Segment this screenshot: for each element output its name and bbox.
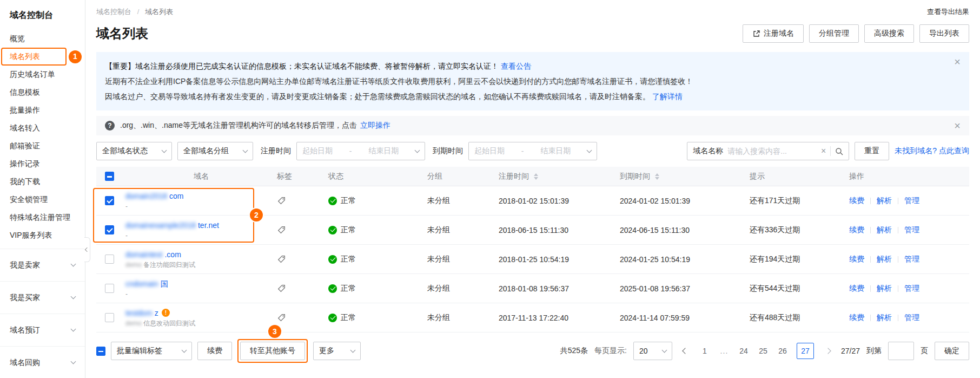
sidebar-item-5[interactable]: 域名转入 <box>0 119 85 137</box>
tip-cell: 还有488天过期 <box>750 303 849 332</box>
group-manage-button[interactable]: 分组管理 <box>809 24 859 43</box>
expire-time-range-picker[interactable]: 起始日期 - 结束日期 <box>468 142 597 160</box>
sort-icon[interactable] <box>533 173 539 180</box>
sidebar-group-1[interactable]: 我是买家 <box>0 281 85 314</box>
app-root: 域名控制台 概览 域名列表 1 历史域名订单 信息模板 批量操作 域名转入 邮箱… <box>0 0 980 378</box>
dns-resolve-link[interactable]: 解析 <box>877 313 892 323</box>
sidebar-item-3[interactable]: 信息模板 <box>0 83 85 101</box>
sidebar-group-3[interactable]: 域名回购 <box>0 346 85 378</box>
page-25[interactable]: 25 <box>758 343 769 359</box>
annotation-badge-2: 2 <box>250 208 263 221</box>
renew-link[interactable]: 续费 <box>849 196 864 206</box>
tag-icon[interactable] <box>277 255 286 264</box>
transfer-notice-close-icon[interactable]: × <box>954 120 961 131</box>
domain-name[interactable]: com <box>169 191 183 201</box>
bottom-select-all-checkbox[interactable] <box>96 347 105 356</box>
row-actions: 续费解析管理 <box>849 303 969 332</box>
search-input[interactable] <box>727 147 817 155</box>
page-26[interactable]: 26 <box>777 343 788 359</box>
domain-not-found-link[interactable]: 未找到域名? 点此查询 <box>895 146 969 156</box>
transfer-notice: ? .org、.win、.name等无域名注册管理机构许可的域名转移后管理，点击… <box>96 116 969 135</box>
tag-icon[interactable] <box>277 225 286 234</box>
register-domain-button[interactable]: 注册域名 <box>743 24 804 43</box>
sidebar-item-7[interactable]: 操作记录 <box>0 155 85 173</box>
sort-icon[interactable] <box>654 173 660 180</box>
banner-close-icon[interactable]: × <box>954 56 961 67</box>
select-all-checkbox[interactable] <box>105 172 114 181</box>
sidebar-item-10[interactable]: 特殊域名注册管理 <box>0 208 85 226</box>
manage-link[interactable]: 管理 <box>904 313 919 323</box>
reset-button[interactable]: 重置 <box>855 142 889 160</box>
renew-link[interactable]: 续费 <box>849 255 864 264</box>
sidebar-item-8[interactable]: 我的下载 <box>0 173 85 191</box>
prev-page-button[interactable] <box>679 344 692 357</box>
group-cell: 未分组 <box>427 245 499 273</box>
domain-group-select[interactable]: 全部域名分组 <box>177 142 253 160</box>
sidebar-item-6[interactable]: 邮箱验证 <box>0 137 85 155</box>
page-1[interactable]: 1 <box>699 343 710 359</box>
search-icon[interactable] <box>835 147 843 155</box>
domain-name[interactable]: 国 <box>161 279 168 289</box>
manage-link[interactable]: 管理 <box>904 225 919 235</box>
clear-search-icon[interactable]: × <box>821 147 826 155</box>
annotation-badge-1: 1 <box>69 50 82 63</box>
page-24[interactable]: 24 <box>738 343 749 359</box>
sidebar-group-2[interactable]: 域名预订 <box>0 314 85 346</box>
batch-renew-button[interactable]: 续费 <box>197 342 232 360</box>
dns-resolve-link[interactable]: 解析 <box>877 196 892 206</box>
reg-time-range-picker[interactable]: 起始日期 - 结束日期 <box>296 142 425 160</box>
divider <box>830 146 831 156</box>
row-checkbox[interactable] <box>105 284 114 293</box>
next-page-button[interactable] <box>822 344 835 357</box>
operate-now-link[interactable]: 立即操作 <box>360 121 390 131</box>
manage-link[interactable]: 管理 <box>904 196 919 206</box>
tag-icon[interactable] <box>277 196 286 205</box>
export-list-button[interactable]: 导出列表 <box>919 24 969 43</box>
status-ok-icon <box>328 226 337 234</box>
dns-resolve-link[interactable]: 解析 <box>877 225 892 235</box>
table-row: domaintest.com! demo备注功能回归测试 正常 未分组 2018… <box>96 245 969 274</box>
sidebar-item-4[interactable]: 批量操作 <box>0 101 85 119</box>
per-page-select[interactable]: 20 <box>633 342 672 360</box>
sidebar-group-0[interactable]: 我是卖家 <box>0 249 85 281</box>
row-checkbox[interactable] <box>105 225 114 234</box>
sidebar-collapse-handle[interactable] <box>84 237 90 262</box>
sidebar-item-9[interactable]: 安全锁管理 <box>0 191 85 208</box>
renew-link[interactable]: 续费 <box>849 313 864 323</box>
tag-icon[interactable] <box>277 313 286 322</box>
sidebar-item-1[interactable]: 域名列表 1 <box>0 48 85 66</box>
manage-link[interactable]: 管理 <box>904 255 919 264</box>
batch-edit-tag-select[interactable]: 批量编辑标签 <box>111 342 192 360</box>
domain-name[interactable]: .com <box>164 250 181 259</box>
sidebar-item-2[interactable]: 历史域名订单 <box>0 66 85 83</box>
sidebar-item-11[interactable]: VIP服务列表 <box>0 226 85 244</box>
learn-more-link[interactable]: 了解详情 <box>652 92 683 101</box>
page-current[interactable]: 27 <box>797 343 814 359</box>
goto-page-input[interactable] <box>888 342 914 360</box>
manage-link[interactable]: 管理 <box>904 284 919 294</box>
action-separator <box>870 256 871 263</box>
dns-resolve-link[interactable]: 解析 <box>877 284 892 294</box>
row-checkbox[interactable] <box>105 196 114 205</box>
remark-redacted: demo <box>125 320 142 328</box>
column-group: 分组 <box>427 167 499 186</box>
domain-status-select[interactable]: 全部域名状态 <box>96 142 172 160</box>
transfer-to-other-account-button[interactable]: 转至其他账号 <box>240 342 305 360</box>
dns-resolve-link[interactable]: 解析 <box>877 255 892 264</box>
view-export-result-link[interactable]: 查看导出结果 <box>927 7 969 17</box>
more-actions-select[interactable]: 更多 <box>313 342 361 360</box>
row-checkbox[interactable] <box>105 313 114 322</box>
advanced-search-button[interactable]: 高级搜索 <box>864 24 914 43</box>
group-cell: 未分组 <box>427 303 499 332</box>
tag-icon[interactable] <box>277 284 286 293</box>
view-announcement-link[interactable]: 查看公告 <box>501 62 531 70</box>
row-checkbox[interactable] <box>105 255 114 264</box>
sidebar-item-0[interactable]: 概览 <box>0 30 85 48</box>
renew-link[interactable]: 续费 <box>849 225 864 235</box>
domain-name[interactable]: ter.net <box>198 220 219 230</box>
breadcrumb-root[interactable]: 域名控制台 <box>96 8 131 16</box>
domain-name[interactable]: z <box>155 308 158 318</box>
confirm-button[interactable]: 确定 <box>935 342 969 360</box>
tip-cell: 还有336天过期 <box>750 216 849 244</box>
renew-link[interactable]: 续费 <box>849 284 864 294</box>
